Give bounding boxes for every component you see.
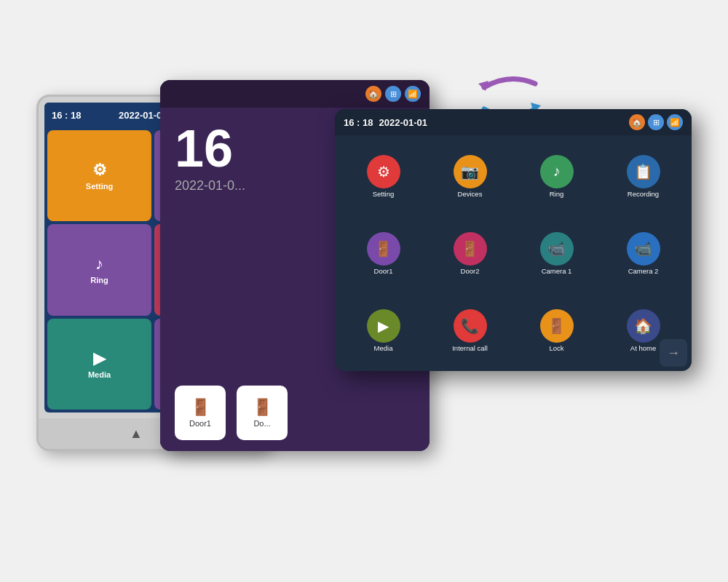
app-at-home-label: At home xyxy=(630,344,656,352)
logout-icon: → xyxy=(667,346,680,361)
mid-home-icon[interactable]: 🏠 xyxy=(365,86,381,102)
app-door1-label: Door1 xyxy=(374,267,393,275)
app-media[interactable]: ▶ Media xyxy=(342,294,424,367)
tile-ring-label: Ring xyxy=(90,276,108,284)
app-internal-call[interactable]: 📞 Internal call xyxy=(429,294,511,367)
app-ring[interactable]: ♪ Ring xyxy=(515,140,598,212)
app-internal-call-label: Internal call xyxy=(452,344,488,352)
app-door2[interactable]: 🚪 Door2 xyxy=(429,217,511,290)
scene: 16 : 18 2022-01-01 🏠 ⊞ 📶 ⚙ Setting ♪ Rin… xyxy=(36,36,692,546)
app-lock-label: Lock xyxy=(549,344,563,352)
lock-app-icon: 🚪 xyxy=(540,309,574,343)
front-monitor-icon[interactable]: ⊞ xyxy=(648,114,664,130)
door2-label: Do... xyxy=(253,419,270,428)
ring-app-icon: ♪ xyxy=(540,155,574,188)
recording-app-icon: 📋 xyxy=(627,155,660,188)
app-media-label: Media xyxy=(374,344,393,352)
monitor-front: 16 : 18 2022-01-01 🏠 ⊞ 📶 ⚙ Setting 📷 Dev… xyxy=(335,109,692,371)
app-camera2[interactable]: 📹 Camera 2 xyxy=(602,217,684,290)
door2-app-icon: 🚪 xyxy=(454,232,487,266)
app-lock[interactable]: 🚪 Lock xyxy=(515,294,598,367)
door2-icon: 🚪 xyxy=(253,398,272,417)
app-devices[interactable]: 📷 Devices xyxy=(429,140,511,212)
door1-button[interactable]: 🚪 Door1 xyxy=(175,386,226,440)
app-ring-label: Ring xyxy=(550,190,564,198)
mid-wifi-icon[interactable]: 📶 xyxy=(405,86,421,102)
tile-ring[interactable]: ♪ Ring xyxy=(47,224,151,315)
tile-setting-label: Setting xyxy=(86,182,113,191)
front-time: 16 : 18 xyxy=(344,117,373,128)
back-icon[interactable]: ▲ xyxy=(130,426,143,442)
app-camera2-label: Camera 2 xyxy=(628,267,659,275)
left-time-date: 16 : 18 xyxy=(52,110,81,121)
mid-header-icons: 🏠 ⊞ 📶 xyxy=(365,86,421,102)
media-app-icon: ▶ xyxy=(367,309,400,343)
tile-media[interactable]: ▶ Media xyxy=(47,319,151,410)
app-camera1[interactable]: 📹 Camera 1 xyxy=(515,217,598,290)
front-wifi-icon[interactable]: 📶 xyxy=(667,114,683,130)
logout-button[interactable]: → xyxy=(660,339,687,367)
front-date: 2022-01-01 xyxy=(379,117,427,128)
media-icon: ▶ xyxy=(93,349,106,368)
mid-doors: 🚪 Door1 🚪 Do... xyxy=(175,386,288,440)
app-camera1-label: Camera 1 xyxy=(542,267,572,275)
internal-call-app-icon: 📞 xyxy=(454,309,487,343)
front-home-icon[interactable]: 🏠 xyxy=(629,114,645,130)
app-recording-label: Recording xyxy=(628,190,659,198)
tile-media-label: Media xyxy=(88,370,111,379)
tile-setting[interactable]: ⚙ Setting xyxy=(47,130,151,221)
at-home-app-icon: 🏠 xyxy=(627,309,660,343)
setting-icon: ⚙ xyxy=(92,161,107,180)
app-devices-label: Devices xyxy=(458,190,483,198)
front-header-icons: 🏠 ⊞ 📶 xyxy=(629,114,683,130)
mid-monitor-icon[interactable]: ⊞ xyxy=(385,86,401,102)
app-door2-label: Door2 xyxy=(461,267,480,275)
app-recording[interactable]: 📋 Recording xyxy=(602,140,684,212)
setting-app-icon: ⚙ xyxy=(367,155,400,188)
devices-app-icon: 📷 xyxy=(454,155,487,188)
mid-header: 🏠 ⊞ 📶 xyxy=(160,80,430,108)
ring-icon: ♪ xyxy=(95,255,103,274)
front-body: ⚙ Setting 📷 Devices ♪ Ring 📋 Recording 🚪… xyxy=(335,135,692,371)
camera1-app-icon: 📹 xyxy=(540,232,574,266)
camera2-app-icon: 📹 xyxy=(627,232,660,266)
door1-icon: 🚪 xyxy=(191,398,210,417)
door2-button[interactable]: 🚪 Do... xyxy=(237,386,288,440)
app-setting-label: Setting xyxy=(373,190,395,198)
front-header: 16 : 18 2022-01-01 🏠 ⊞ 📶 xyxy=(335,109,692,135)
app-setting[interactable]: ⚙ Setting xyxy=(342,140,424,212)
door1-label: Door1 xyxy=(189,419,211,428)
door1-app-icon: 🚪 xyxy=(367,232,400,266)
app-door1[interactable]: 🚪 Door1 xyxy=(342,217,424,290)
